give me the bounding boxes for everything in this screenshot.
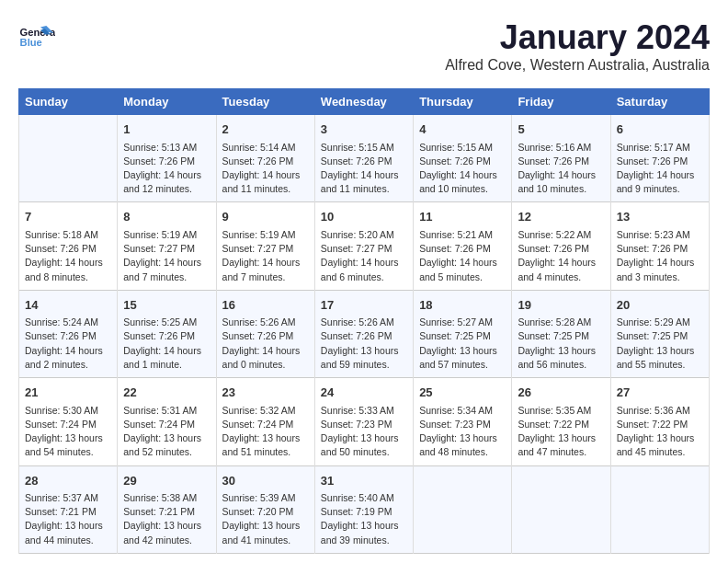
weekday-header-wednesday: Wednesday	[314, 89, 413, 115]
calendar-cell: 9Sunrise: 5:19 AM Sunset: 7:27 PM Daylig…	[216, 202, 314, 290]
calendar-cell: 19Sunrise: 5:28 AM Sunset: 7:25 PM Dayli…	[512, 290, 610, 377]
calendar-cell: 2Sunrise: 5:14 AM Sunset: 7:26 PM Daylig…	[216, 115, 314, 202]
weekday-header-monday: Monday	[118, 89, 216, 115]
day-info: Sunrise: 5:15 AM Sunset: 7:26 PM Dayligh…	[321, 141, 407, 197]
calendar-cell: 31Sunrise: 5:40 AM Sunset: 7:19 PM Dayli…	[314, 465, 413, 553]
week-row-5: 28Sunrise: 5:37 AM Sunset: 7:21 PM Dayli…	[19, 465, 710, 553]
day-info: Sunrise: 5:28 AM Sunset: 7:25 PM Dayligh…	[518, 316, 604, 372]
calendar-cell	[19, 115, 118, 202]
svg-text:General: General	[20, 27, 55, 38]
day-info: Sunrise: 5:23 AM Sunset: 7:26 PM Dayligh…	[617, 228, 703, 284]
day-number: 21	[25, 384, 111, 402]
day-number: 14	[25, 296, 111, 315]
day-number: 25	[419, 384, 506, 402]
day-info: Sunrise: 5:14 AM Sunset: 7:26 PM Dayligh…	[222, 141, 309, 197]
day-number: 20	[617, 296, 703, 315]
day-info: Sunrise: 5:34 AM Sunset: 7:23 PM Dayligh…	[419, 404, 506, 460]
day-number: 16	[222, 296, 309, 315]
calendar-cell: 23Sunrise: 5:32 AM Sunset: 7:24 PM Dayli…	[216, 378, 314, 465]
calendar-cell: 8Sunrise: 5:19 AM Sunset: 7:27 PM Daylig…	[118, 202, 216, 290]
day-number: 24	[321, 384, 407, 402]
calendar-cell: 15Sunrise: 5:25 AM Sunset: 7:26 PM Dayli…	[118, 290, 216, 377]
weekday-header-thursday: Thursday	[414, 89, 512, 115]
calendar-cell: 17Sunrise: 5:26 AM Sunset: 7:26 PM Dayli…	[314, 290, 413, 377]
calendar-cell: 1Sunrise: 5:13 AM Sunset: 7:26 PM Daylig…	[118, 115, 216, 202]
calendar-cell: 11Sunrise: 5:21 AM Sunset: 7:26 PM Dayli…	[414, 202, 512, 290]
day-info: Sunrise: 5:29 AM Sunset: 7:25 PM Dayligh…	[617, 316, 703, 372]
calendar-cell: 21Sunrise: 5:30 AM Sunset: 7:24 PM Dayli…	[19, 378, 118, 465]
location: Alfred Cove, Western Australia, Australi…	[445, 57, 710, 74]
calendar-cell	[512, 465, 610, 553]
calendar-cell: 18Sunrise: 5:27 AM Sunset: 7:25 PM Dayli…	[414, 290, 512, 377]
day-info: Sunrise: 5:19 AM Sunset: 7:27 PM Dayligh…	[222, 228, 309, 284]
day-number: 29	[123, 472, 210, 490]
week-row-3: 14Sunrise: 5:24 AM Sunset: 7:26 PM Dayli…	[19, 290, 710, 377]
day-number: 3	[321, 121, 407, 139]
day-number: 17	[321, 296, 407, 315]
day-info: Sunrise: 5:27 AM Sunset: 7:25 PM Dayligh…	[419, 316, 506, 372]
logo-icon: General Blue	[18, 18, 55, 55]
day-info: Sunrise: 5:18 AM Sunset: 7:26 PM Dayligh…	[25, 228, 111, 284]
svg-text:Blue: Blue	[20, 37, 42, 48]
day-number: 12	[518, 208, 604, 226]
day-info: Sunrise: 5:16 AM Sunset: 7:26 PM Dayligh…	[518, 141, 604, 197]
day-info: Sunrise: 5:38 AM Sunset: 7:21 PM Dayligh…	[123, 491, 210, 547]
calendar-cell: 3Sunrise: 5:15 AM Sunset: 7:26 PM Daylig…	[314, 115, 413, 202]
week-row-4: 21Sunrise: 5:30 AM Sunset: 7:24 PM Dayli…	[19, 378, 710, 465]
calendar-cell	[414, 465, 512, 553]
day-info: Sunrise: 5:37 AM Sunset: 7:21 PM Dayligh…	[25, 491, 111, 547]
month-title: January 2024	[445, 18, 710, 57]
week-row-2: 7Sunrise: 5:18 AM Sunset: 7:26 PM Daylig…	[19, 202, 710, 290]
calendar-cell: 14Sunrise: 5:24 AM Sunset: 7:26 PM Dayli…	[19, 290, 118, 377]
day-number: 18	[419, 296, 506, 315]
day-info: Sunrise: 5:15 AM Sunset: 7:26 PM Dayligh…	[419, 141, 506, 197]
day-number: 27	[617, 384, 703, 402]
day-info: Sunrise: 5:17 AM Sunset: 7:26 PM Dayligh…	[617, 141, 703, 197]
calendar-cell: 10Sunrise: 5:20 AM Sunset: 7:27 PM Dayli…	[314, 202, 413, 290]
calendar-table: SundayMondayTuesdayWednesdayThursdayFrid…	[18, 88, 710, 554]
weekday-header-friday: Friday	[512, 89, 610, 115]
day-number: 4	[419, 121, 506, 139]
day-number: 2	[222, 121, 309, 139]
calendar-cell: 20Sunrise: 5:29 AM Sunset: 7:25 PM Dayli…	[610, 290, 709, 377]
day-number: 1	[123, 121, 210, 139]
day-info: Sunrise: 5:19 AM Sunset: 7:27 PM Dayligh…	[123, 228, 210, 284]
calendar-cell: 24Sunrise: 5:33 AM Sunset: 7:23 PM Dayli…	[314, 378, 413, 465]
day-number: 26	[518, 384, 604, 402]
day-number: 22	[123, 384, 210, 402]
calendar-cell: 6Sunrise: 5:17 AM Sunset: 7:26 PM Daylig…	[610, 115, 709, 202]
day-info: Sunrise: 5:32 AM Sunset: 7:24 PM Dayligh…	[222, 404, 309, 460]
day-info: Sunrise: 5:35 AM Sunset: 7:22 PM Dayligh…	[518, 404, 604, 460]
calendar-cell: 7Sunrise: 5:18 AM Sunset: 7:26 PM Daylig…	[19, 202, 118, 290]
weekday-header-row: SundayMondayTuesdayWednesdayThursdayFrid…	[19, 89, 710, 115]
calendar-cell: 12Sunrise: 5:22 AM Sunset: 7:26 PM Dayli…	[512, 202, 610, 290]
weekday-header-sunday: Sunday	[19, 89, 118, 115]
day-number: 5	[518, 121, 604, 139]
day-info: Sunrise: 5:22 AM Sunset: 7:26 PM Dayligh…	[518, 228, 604, 284]
day-info: Sunrise: 5:40 AM Sunset: 7:19 PM Dayligh…	[321, 491, 407, 547]
calendar-cell: 26Sunrise: 5:35 AM Sunset: 7:22 PM Dayli…	[512, 378, 610, 465]
calendar-cell: 5Sunrise: 5:16 AM Sunset: 7:26 PM Daylig…	[512, 115, 610, 202]
day-info: Sunrise: 5:31 AM Sunset: 7:24 PM Dayligh…	[123, 404, 210, 460]
day-info: Sunrise: 5:30 AM Sunset: 7:24 PM Dayligh…	[25, 404, 111, 460]
day-info: Sunrise: 5:36 AM Sunset: 7:22 PM Dayligh…	[617, 404, 703, 460]
day-number: 28	[25, 472, 111, 490]
calendar-cell: 28Sunrise: 5:37 AM Sunset: 7:21 PM Dayli…	[19, 465, 118, 553]
calendar-cell: 4Sunrise: 5:15 AM Sunset: 7:26 PM Daylig…	[414, 115, 512, 202]
weekday-header-tuesday: Tuesday	[216, 89, 314, 115]
day-number: 30	[222, 472, 309, 490]
day-info: Sunrise: 5:26 AM Sunset: 7:26 PM Dayligh…	[222, 316, 309, 372]
day-info: Sunrise: 5:39 AM Sunset: 7:20 PM Dayligh…	[222, 491, 309, 547]
day-number: 8	[123, 208, 210, 226]
day-number: 15	[123, 296, 210, 315]
day-number: 31	[321, 472, 407, 490]
logo: General Blue	[18, 18, 55, 55]
day-info: Sunrise: 5:26 AM Sunset: 7:26 PM Dayligh…	[321, 316, 407, 372]
day-info: Sunrise: 5:33 AM Sunset: 7:23 PM Dayligh…	[321, 404, 407, 460]
week-row-1: 1Sunrise: 5:13 AM Sunset: 7:26 PM Daylig…	[19, 115, 710, 202]
day-info: Sunrise: 5:21 AM Sunset: 7:26 PM Dayligh…	[419, 228, 506, 284]
calendar-cell	[610, 465, 709, 553]
day-info: Sunrise: 5:25 AM Sunset: 7:26 PM Dayligh…	[123, 316, 210, 372]
day-number: 6	[617, 121, 703, 139]
day-number: 9	[222, 208, 309, 226]
